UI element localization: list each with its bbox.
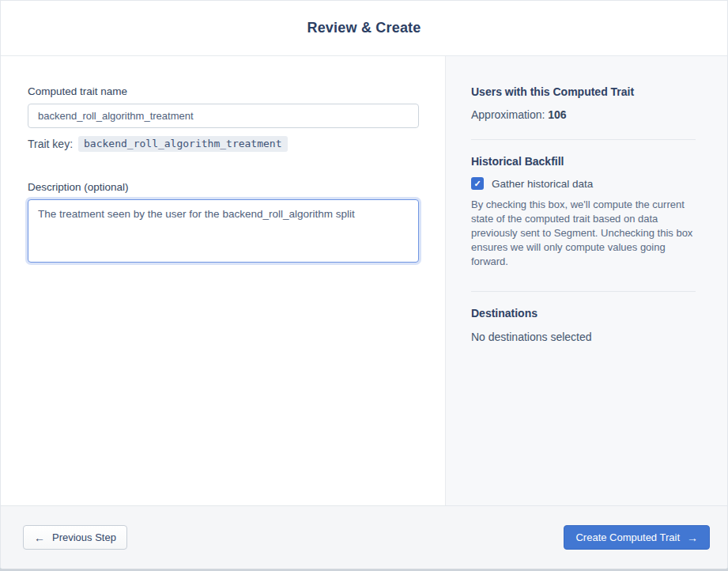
trait-key-badge: backend_roll_algorithm_treatment xyxy=(78,136,287,152)
trait-key-label: Trait key: xyxy=(28,138,73,150)
approximation-label: Approximation: xyxy=(471,108,548,121)
review-create-panel: Review & Create Computed trait name Trai… xyxy=(0,0,728,569)
trait-name-label: Computed trait name xyxy=(28,85,445,97)
backfill-checkbox-row: ✓ Gather historical data xyxy=(471,177,696,190)
forward-arrow-icon: → xyxy=(687,531,698,544)
back-arrow-icon: ← xyxy=(34,531,45,544)
destinations-empty-text: No destinations selected xyxy=(471,331,696,343)
page-title: Review & Create xyxy=(307,20,421,36)
body: Computed trait name Trait key: backend_r… xyxy=(1,56,727,505)
create-computed-trait-button[interactable]: Create Computed Trait → xyxy=(564,525,710,550)
divider xyxy=(471,139,696,140)
previous-step-button[interactable]: ← Previous Step xyxy=(23,525,127,550)
destinations-heading: Destinations xyxy=(471,307,696,320)
backfill-heading: Historical Backfill xyxy=(471,155,696,168)
trait-name-input[interactable] xyxy=(28,104,419,128)
checkmark-icon: ✓ xyxy=(473,179,481,189)
footer-actions: ← Previous Step Create Computed Trait → xyxy=(1,505,727,569)
create-trait-label: Create Computed Trait xyxy=(575,531,680,543)
description-label: Description (optional) xyxy=(28,181,445,193)
backfill-checkbox[interactable]: ✓ xyxy=(471,177,484,190)
approximation-line: Approximation: 106 xyxy=(471,108,696,121)
trait-key-row: Trait key: backend_roll_algorithm_treatm… xyxy=(28,136,445,152)
backfill-description: By checking this box, we'll compute the … xyxy=(471,198,696,269)
summary-sidebar: Users with this Computed Trait Approxima… xyxy=(445,56,727,505)
previous-step-label: Previous Step xyxy=(52,531,116,543)
backfill-checkbox-label[interactable]: Gather historical data xyxy=(492,178,593,190)
description-textarea[interactable]: The treatment seen by the user for the b… xyxy=(28,199,419,263)
users-heading: Users with this Computed Trait xyxy=(471,85,696,98)
header: Review & Create xyxy=(1,1,727,56)
divider xyxy=(471,291,696,292)
approximation-value: 106 xyxy=(548,108,566,121)
trait-form: Computed trait name Trait key: backend_r… xyxy=(1,56,445,505)
